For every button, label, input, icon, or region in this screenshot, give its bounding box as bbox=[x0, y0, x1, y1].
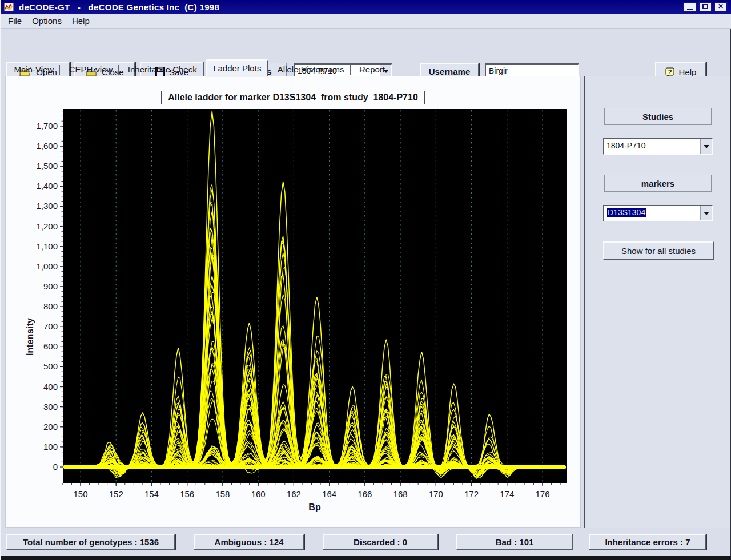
tick-label: 300 bbox=[43, 402, 58, 412]
tick-label: 1,500 bbox=[36, 161, 58, 171]
tick-label: 800 bbox=[43, 301, 58, 311]
tick-label: 152 bbox=[109, 489, 123, 499]
tick-label: 172 bbox=[464, 489, 479, 499]
title-bar: deCODE-GT - deCODE Genetics Inc (C) 1998… bbox=[1, 0, 731, 14]
tick-label: 600 bbox=[43, 341, 58, 351]
menu-options[interactable]: Options bbox=[27, 14, 67, 28]
status-inheritance-errors: Inheritance errors : 7 bbox=[589, 534, 706, 550]
status-bar: Total number of genotypes : 1536 Ambiguo… bbox=[1, 531, 731, 556]
toolbar: Open Close Save Studies 1804-P710 bbox=[1, 29, 731, 59]
close-window-button[interactable]: ✕ bbox=[714, 2, 728, 12]
tick-label: 0 bbox=[53, 462, 58, 472]
tick-label: 174 bbox=[500, 489, 514, 499]
tick-label: 400 bbox=[43, 382, 58, 392]
window-title: deCODE-GT - deCODE Genetics Inc (C) 1998 bbox=[19, 2, 219, 12]
chevron-down-icon bbox=[704, 145, 709, 148]
menu-file[interactable]: File bbox=[3, 14, 27, 28]
tick-label: 1,000 bbox=[36, 261, 58, 271]
tab-inheritance-check[interactable]: Inheritance Check bbox=[122, 62, 203, 77]
allele-ladder-plot: 01002003004005006007008009001,0001,1001,… bbox=[6, 76, 581, 529]
tab-report[interactable]: Report bbox=[353, 62, 391, 77]
status-ambiguous: Ambiguous : 124 bbox=[194, 534, 304, 550]
tick-label: 1,600 bbox=[36, 141, 58, 151]
tick-label: 900 bbox=[43, 281, 58, 291]
tick-label: 1,200 bbox=[36, 221, 58, 231]
minimize-button[interactable] bbox=[683, 2, 697, 12]
chevron-down-icon bbox=[704, 212, 709, 215]
sidebar: Studies 1804-P710 markers D13S1304 Show … bbox=[584, 76, 730, 528]
app-icon bbox=[4, 3, 14, 11]
tick-label: 170 bbox=[429, 489, 443, 499]
tick-label: 1,300 bbox=[36, 201, 58, 211]
maximize-button[interactable] bbox=[698, 2, 712, 12]
chart-title: Allele ladder for marker D13S1304 from s… bbox=[161, 91, 425, 104]
tick-label: 200 bbox=[43, 422, 58, 432]
sidebar-markers-combobox-value: D13S1304 bbox=[607, 208, 646, 217]
show-for-all-studies-button[interactable]: Show for all studies bbox=[603, 241, 714, 260]
status-discarded: Discarded : 0 bbox=[323, 534, 438, 550]
tab-bar: Main-View CEPH-view Inheritance Check La… bbox=[1, 61, 731, 76]
tick-label: 168 bbox=[393, 489, 408, 499]
tick-label: 164 bbox=[322, 489, 336, 499]
status-total-genotypes: Total number of genotypes : 1536 bbox=[6, 534, 175, 550]
tab-allele-histograms[interactable]: Allele Histograms bbox=[271, 62, 351, 77]
tick-label: 1,100 bbox=[36, 241, 58, 251]
tick-label: 1,400 bbox=[36, 181, 58, 191]
axis-label: Bp bbox=[308, 502, 321, 512]
tick-label: 160 bbox=[251, 489, 266, 499]
tick-label: 176 bbox=[535, 489, 549, 499]
tick-label: 150 bbox=[73, 489, 87, 499]
sidebar-markers-dropdown-button[interactable] bbox=[700, 206, 712, 220]
sidebar-studies-combobox-value: 1804-P710 bbox=[604, 139, 700, 154]
tab-main-view[interactable]: Main-View bbox=[7, 62, 60, 77]
axis-label: Intensity bbox=[25, 318, 35, 356]
tick-label: 1,700 bbox=[36, 121, 58, 131]
status-bad: Bad : 101 bbox=[456, 534, 573, 550]
tick-label: 156 bbox=[180, 489, 194, 499]
tick-label: 154 bbox=[144, 489, 159, 499]
tick-label: 500 bbox=[43, 361, 58, 371]
sidebar-studies-combobox[interactable]: 1804-P710 bbox=[603, 138, 713, 155]
tick-label: 158 bbox=[215, 489, 230, 499]
tick-label: 100 bbox=[43, 442, 58, 452]
tick-label: 166 bbox=[358, 489, 372, 499]
menu-help[interactable]: Help bbox=[67, 14, 95, 28]
window-bottom-edge bbox=[1, 556, 731, 560]
menu-bar: File Options Help bbox=[1, 14, 731, 29]
sidebar-studies-label: Studies bbox=[604, 108, 712, 125]
sidebar-markers-combobox[interactable]: D13S1304 bbox=[603, 205, 713, 221]
tick-label: 700 bbox=[43, 321, 58, 331]
app-window: deCODE-GT - deCODE Genetics Inc (C) 1998… bbox=[0, 0, 731, 560]
sidebar-studies-dropdown-button[interactable] bbox=[700, 139, 712, 154]
tick-label: 162 bbox=[287, 489, 301, 499]
tab-ladder-plots[interactable]: Ladder Plots bbox=[206, 59, 268, 77]
tab-ceph-view[interactable]: CEPH-view bbox=[63, 62, 119, 77]
chart-panel: Allele ladder for marker D13S1304 from s… bbox=[5, 76, 581, 528]
sidebar-markers-label: markers bbox=[604, 175, 712, 192]
